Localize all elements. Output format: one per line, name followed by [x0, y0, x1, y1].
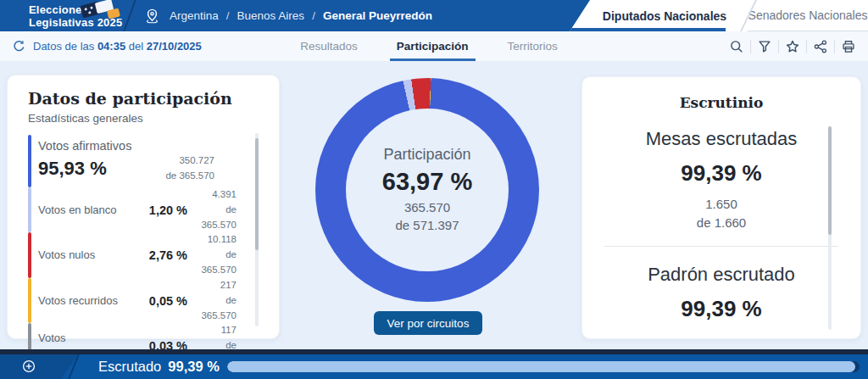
- footer-left-panel: [0, 354, 78, 379]
- toolbar-divider: [750, 40, 751, 53]
- ver-por-circuitos-button[interactable]: Ver por circuitos: [374, 311, 482, 335]
- participation-donut-chart[interactable]: Participación 63,97 % 365.570 de 571.397: [315, 78, 539, 302]
- scrutiny-card: Escrutinio Mesas escrutadas 99,39 % 1.65…: [581, 76, 861, 339]
- vote-percent: 1,20 %: [131, 203, 187, 217]
- card-subtitle: Estadísticas generales: [28, 112, 259, 125]
- print-icon[interactable]: [837, 36, 860, 58]
- top-header: Elecciones Legislativas 2025 Argentina /…: [0, 0, 868, 31]
- breadcrumb-district[interactable]: General Pueyrredón: [323, 9, 432, 22]
- vote-color-marker: [28, 135, 31, 187]
- tab-participacion[interactable]: Participación: [390, 31, 476, 61]
- donut-percent: 63,97 %: [382, 168, 472, 196]
- toolbar-divider: [834, 40, 835, 53]
- chamber-tabs: Diputados Nacionales Senadores Nacionale…: [559, 0, 868, 31]
- mesas-percent: 99,39 %: [603, 160, 840, 187]
- vote-counts: 217de 365.570: [194, 278, 236, 323]
- participation-data-card: Datos de participación Estadísticas gene…: [7, 75, 280, 339]
- ballots-logo-icon: [81, 1, 125, 21]
- escrutado-progress-track: [227, 361, 860, 372]
- tab-diputados-label: Diputados Nacionales: [603, 9, 726, 23]
- vote-row-recurridos: Votos recurridos 0,05 % 217de 365.570: [28, 278, 259, 323]
- expand-plus-icon[interactable]: [22, 359, 36, 373]
- breadcrumb-separator: /: [226, 9, 230, 22]
- vote-counts: 4.391de 365.570: [194, 187, 236, 232]
- breadcrumb-province[interactable]: Buenos Aires: [237, 9, 305, 22]
- card-title: Datos de participación: [28, 89, 259, 108]
- vote-percent: 0,05 %: [131, 294, 187, 308]
- toolbar-divider: [806, 40, 807, 53]
- vote-percent: 95,93 %: [38, 158, 107, 180]
- breadcrumb-country[interactable]: Argentina: [170, 9, 219, 22]
- tab-resultados[interactable]: Resultados: [293, 31, 364, 61]
- donut-label: Participación: [383, 146, 470, 164]
- donut-count: 365.570: [404, 199, 450, 216]
- location-pin-icon: [144, 8, 160, 24]
- election-participation-page: Elecciones Legislativas 2025 Argentina /…: [0, 0, 868, 379]
- tab-territorios[interactable]: Territorios: [501, 31, 565, 61]
- toolbar-actions: [726, 31, 860, 61]
- vote-label: Votos afirmativos: [38, 139, 236, 153]
- card-scrollbar[interactable]: [255, 133, 259, 326]
- scrutiny-progress-bar-footer: Escrutado 99,39 %: [0, 354, 868, 379]
- vote-color-marker: [28, 187, 31, 232]
- vote-color-marker: [28, 278, 31, 323]
- vote-label: Votos en blanco: [38, 203, 125, 218]
- card-scrollbar[interactable]: [828, 126, 832, 330]
- tab-diputados-nacionales[interactable]: Diputados Nacionales: [559, 0, 748, 31]
- scrutiny-title: Escrutinio: [603, 94, 840, 111]
- vote-row-blanco: Votos en blanco 1,20 % 4.391de 365.570: [28, 187, 259, 232]
- padron-percent: 99,39 %: [603, 296, 840, 322]
- filter-icon[interactable]: [754, 36, 776, 58]
- star-icon[interactable]: [782, 36, 804, 58]
- vote-color-marker: [28, 232, 31, 277]
- vote-counts: 350.727 de 365.570: [165, 153, 214, 184]
- vote-label: Votos nulos: [38, 248, 125, 263]
- donut-total: de 571.397: [395, 217, 459, 234]
- breadcrumb: Argentina / Buenos Aires / General Pueyr…: [144, 0, 432, 31]
- mesas-label: Mesas escrutadas: [603, 128, 840, 150]
- mesas-counts: 1.650 de 1.660: [603, 195, 840, 232]
- padron-label: Padrón escrutado: [603, 264, 840, 286]
- vote-label: Votos recurridos: [38, 293, 125, 309]
- vote-row-afirmativos: Votos afirmativos 95,93 % 350.727 de 365…: [28, 135, 259, 187]
- progress-fill: [227, 361, 855, 372]
- share-icon[interactable]: [810, 36, 832, 58]
- breadcrumb-separator: /: [312, 9, 315, 22]
- escrutado-percent: 99,39 %: [168, 359, 220, 375]
- card-divider: [604, 246, 838, 247]
- search-icon[interactable]: [726, 36, 748, 58]
- sub-header: Datos de las 04:35 del 27/10/2025 Result…: [0, 31, 868, 61]
- vote-stats-list: Votos afirmativos 95,93 % 350.727 de 365…: [28, 135, 259, 369]
- vote-row-nulos: Votos nulos 2,76 % 10.118de 365.570: [28, 232, 259, 277]
- vote-percent: 2,76 %: [131, 248, 187, 262]
- toolbar-divider: [778, 40, 779, 53]
- tab-senadores-label: Senadores Nacionales: [748, 8, 868, 22]
- donut-center: Participación 63,97 % 365.570 de 571.397: [346, 109, 509, 271]
- tab-senadores-nacionales[interactable]: Senadores Nacionales: [748, 0, 868, 31]
- vote-counts: 10.118de 365.570: [194, 232, 236, 277]
- escrutado-status: Escrutado 99,39 %: [98, 354, 220, 379]
- escrutado-label: Escrutado: [98, 359, 161, 375]
